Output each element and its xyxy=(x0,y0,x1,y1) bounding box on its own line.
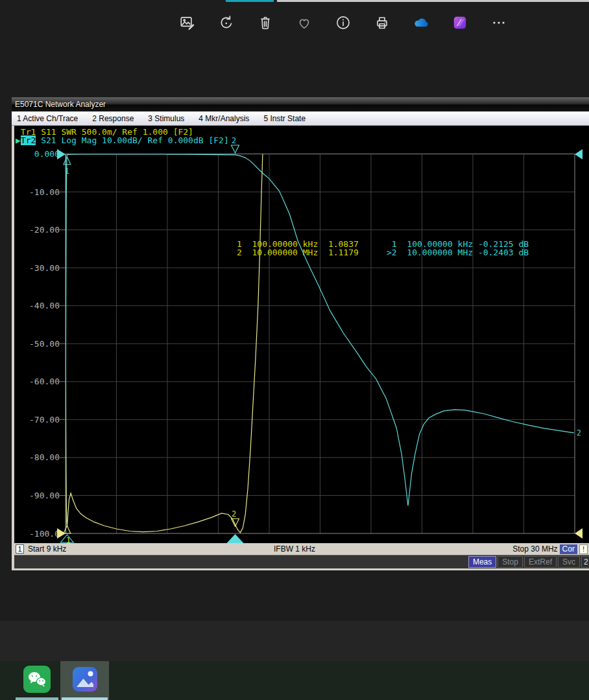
print-button[interactable] xyxy=(363,8,402,38)
svg-text:1: 1 xyxy=(65,167,69,176)
vna-body: 0.000-10.00-20.00-30.00-40.00-50.00-60.0… xyxy=(12,126,589,570)
active-trace-arrow-icon: ▶ xyxy=(16,135,21,145)
vna-window: E5071C Network Analyzer 1 Active Ch/Trac… xyxy=(12,97,589,570)
trace2-label: Tr2 xyxy=(21,135,36,145)
onedrive-button[interactable] xyxy=(402,8,440,38)
stop-frequency: Stop 30 MHz xyxy=(512,544,557,554)
tr2-ref-arrow-left xyxy=(57,149,66,159)
taskbar-item-wechat[interactable] xyxy=(13,661,60,700)
svg-text:-90.00: -90.00 xyxy=(29,491,60,500)
trace-tr1-swr xyxy=(66,154,263,533)
svg-text:-40.00: -40.00 xyxy=(29,301,60,310)
taskbar-item-photos[interactable] xyxy=(60,661,109,700)
vna-menubar: 1 Active Ch/Trace 2 Response 3 Stimulus … xyxy=(12,111,589,126)
correction-badge: Cor xyxy=(560,544,577,554)
rotate-icon xyxy=(218,14,235,31)
svg-text:-30.00: -30.00 xyxy=(29,263,60,273)
plot-area: 0.000-10.00-20.00-30.00-40.00-50.00-60.0… xyxy=(14,126,589,543)
info-button[interactable] xyxy=(324,8,363,38)
svg-text:-50.00: -50.00 xyxy=(29,339,60,349)
marker-readout-tr1: 1 100.00000 kHz 1.08372 10.000000 MHz 1.… xyxy=(237,240,359,257)
taskbar-underline-photos xyxy=(62,697,108,700)
instr-meas-indicator[interactable]: Meas xyxy=(468,556,496,568)
taskbar xyxy=(0,661,589,700)
clipchamp-button[interactable] xyxy=(440,8,479,38)
menu-mkr-analysis[interactable]: 4 Mkr/Analysis xyxy=(198,114,249,123)
marker2-stimulus-indicator xyxy=(227,534,244,543)
svg-text:0.000: 0.000 xyxy=(34,149,60,159)
menu-stimulus[interactable]: 3 Stimulus xyxy=(148,114,184,123)
tr2-ref-arrow-right xyxy=(575,149,583,159)
photo-toolbar xyxy=(168,8,518,38)
svg-text:-80.00: -80.00 xyxy=(29,452,60,462)
svg-text:-70.00: -70.00 xyxy=(29,415,60,425)
trash-icon xyxy=(257,14,274,31)
svg-text:2: 2 xyxy=(232,136,236,145)
desktop-band xyxy=(0,621,589,661)
photos-icon xyxy=(71,666,99,695)
printer-icon xyxy=(374,14,391,31)
taskbar-underline-wechat xyxy=(16,697,58,700)
ellipsis-icon xyxy=(490,14,507,31)
rotate-button[interactable] xyxy=(207,8,246,38)
edit-image-button[interactable] xyxy=(168,8,207,38)
vna-instrument-bar: Meas Stop ExtRef Svc 2 xyxy=(14,555,589,568)
wechat-icon xyxy=(23,666,51,695)
menu-response[interactable]: 2 Response xyxy=(92,114,134,123)
clipchamp-icon xyxy=(451,14,468,31)
grid: 0.000-10.00-20.00-30.00-40.00-50.00-60.0… xyxy=(29,149,575,539)
svg-text:-100.0: -100.0 xyxy=(29,529,60,539)
instr-stop-indicator[interactable]: Stop xyxy=(498,556,523,568)
trace2-end-label: 2 xyxy=(577,428,581,438)
tr1-ref-arrow-right xyxy=(575,528,583,539)
edit-image-icon xyxy=(179,14,196,31)
menu-instr-state[interactable]: 5 Instr State xyxy=(263,114,306,123)
favorite-button[interactable] xyxy=(285,8,324,38)
start-frequency: Start 9 kHz xyxy=(28,544,66,554)
filmstrip-progress-track[interactable] xyxy=(277,0,589,2)
onedrive-cloud-icon xyxy=(412,14,430,32)
vna-statusbar: 1 Start 9 kHz IFBW 1 kHz Stop 30 MHz Cor… xyxy=(14,543,589,555)
trace2-params: S21 Log Mag 10.00dB/ Ref 0.000dB [F2] xyxy=(36,135,228,145)
trace2-info[interactable]: ▶Tr2 S21 Log Mag 10.00dB/ Ref 0.000dB [F… xyxy=(16,136,229,145)
instr-clock-partial: 2 xyxy=(581,556,589,568)
marker-readout-tr2: 1 100.00000 kHz -0.2125 dB>2 10.000000 M… xyxy=(387,240,529,257)
svg-text:-60.00: -60.00 xyxy=(29,377,60,386)
filmstrip-progress-active[interactable] xyxy=(226,0,274,2)
warning-badge: ! xyxy=(579,544,588,554)
svg-text:-20.00: -20.00 xyxy=(29,225,60,235)
instr-svc-indicator[interactable]: Svc xyxy=(558,556,580,568)
vna-titlebar[interactable]: E5071C Network Analyzer xyxy=(12,97,589,111)
svg-text:2: 2 xyxy=(232,509,236,519)
more-button[interactable] xyxy=(479,8,518,38)
ifbw-value: IFBW 1 kHz xyxy=(274,544,315,554)
instr-extref-indicator[interactable]: ExtRef xyxy=(524,556,557,568)
vna-screen: 0.000-10.00-20.00-30.00-40.00-50.00-60.0… xyxy=(14,126,589,543)
info-icon xyxy=(335,14,352,31)
svg-text:-10.00: -10.00 xyxy=(29,187,60,197)
svg-text:1: 1 xyxy=(66,536,71,543)
delete-button[interactable] xyxy=(246,8,285,38)
menu-active-ch-trace[interactable]: 1 Active Ch/Trace xyxy=(17,114,78,123)
channel-number-badge: 1 xyxy=(16,544,24,554)
heart-icon xyxy=(296,14,313,31)
